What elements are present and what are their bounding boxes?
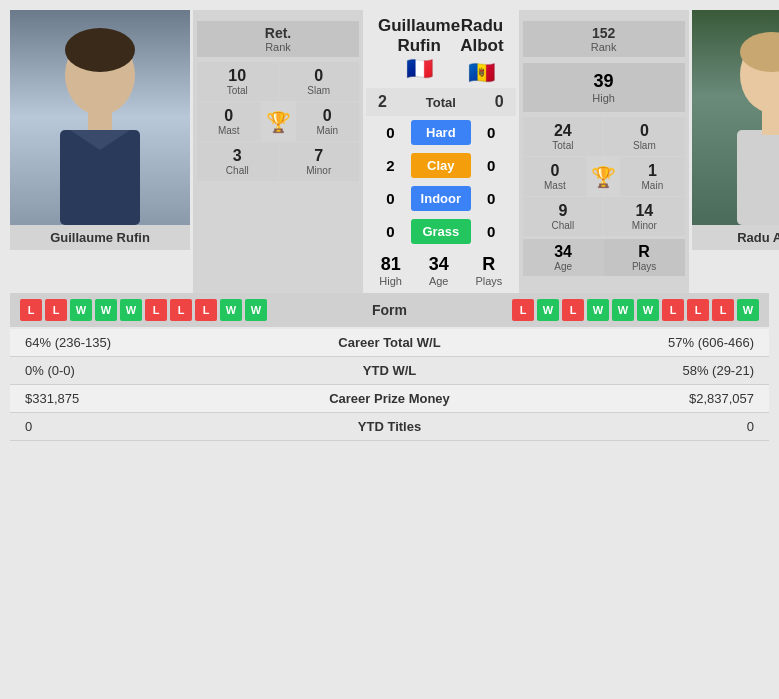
- grass-btn[interactable]: Grass: [411, 219, 471, 244]
- stats-left-1: 0% (0-0): [25, 363, 290, 378]
- stats-row-3: 0 YTD Titles 0: [10, 413, 769, 441]
- stats-label-0: Career Total W/L: [290, 335, 490, 350]
- form-badge-left-W: W: [245, 299, 267, 321]
- clay-right: 0: [479, 157, 504, 174]
- right-slam-value: 0: [607, 122, 682, 140]
- center-names-row: Guillaume Rufin 🇫🇷 Radu Albot 🇲🇩: [366, 10, 516, 88]
- clay-btn[interactable]: Clay: [411, 153, 471, 178]
- left-age-block: 34 Age: [429, 254, 449, 287]
- right-mast-label: Mast: [526, 180, 585, 191]
- left-player-name: Guillaume Rufin: [10, 225, 190, 250]
- right-player-info: 152 Rank 39 High 24 Total 0 Slam: [519, 10, 689, 293]
- form-badge-right-W: W: [587, 299, 609, 321]
- right-plays-value: R: [608, 243, 681, 261]
- form-badge-left-L: L: [195, 299, 217, 321]
- stats-row-1: 0% (0-0) YTD W/L 58% (29-21): [10, 357, 769, 385]
- form-badge-left-L: L: [145, 299, 167, 321]
- right-high-box: 39 High: [523, 63, 685, 112]
- form-badge-right-L: L: [687, 299, 709, 321]
- left-player-photo: [10, 10, 190, 225]
- right-rank-box: 152 Rank: [523, 21, 685, 57]
- hard-left: 0: [378, 124, 403, 141]
- stats-table: 64% (236-135) Career Total W/L 57% (606-…: [10, 329, 769, 441]
- svg-point-2: [65, 28, 135, 72]
- form-badge-right-L: L: [662, 299, 684, 321]
- total-label: Total: [387, 95, 495, 110]
- form-label: Form: [330, 302, 450, 318]
- center-left-name: Guillaume Rufin 🇫🇷: [378, 16, 460, 86]
- form-badge-left-L: L: [170, 299, 192, 321]
- form-badge-right-W: W: [537, 299, 559, 321]
- form-badge-right-W: W: [637, 299, 659, 321]
- right-form-badges: LWLWWWLLLW: [450, 299, 760, 321]
- indoor-left: 0: [378, 190, 403, 207]
- indoor-btn[interactable]: Indoor: [411, 186, 471, 211]
- stats-row-0: 64% (236-135) Career Total W/L 57% (606-…: [10, 329, 769, 357]
- left-flag: 🇫🇷: [378, 56, 460, 82]
- right-player-column: Radu Albot: [692, 10, 779, 293]
- form-section: LLWWWLLLWW Form LWLWWWLLLW: [10, 293, 769, 327]
- svg-rect-8: [737, 130, 779, 225]
- main-container: Guillaume Rufin Ret. Rank 10 Total 0 Sla…: [0, 0, 779, 451]
- right-slam-label: Slam: [607, 140, 682, 151]
- stats-left-2: $331,875: [25, 391, 290, 406]
- left-age-label: Age: [429, 275, 449, 287]
- left-player-column: Guillaume Rufin: [10, 10, 190, 293]
- left-rank-label: Rank: [205, 41, 351, 53]
- left-minor-cell: 7 Minor: [279, 142, 360, 181]
- stats-label-2: Career Prize Money: [290, 391, 490, 406]
- stats-row-2: $331,875 Career Prize Money $2,837,057: [10, 385, 769, 413]
- form-badge-right-W: W: [737, 299, 759, 321]
- left-total-value: 10: [200, 67, 275, 85]
- grass-right: 0: [479, 223, 504, 240]
- surface-indoor-row: 0 Indoor 0: [366, 182, 516, 215]
- right-stats-pairs: 24 Total 0 Slam: [523, 117, 685, 156]
- right-minor-value: 14: [607, 202, 682, 220]
- right-slam-cell: 0 Slam: [604, 117, 685, 156]
- stats-left-0: 64% (236-135): [25, 335, 290, 350]
- surface-grass-row: 0 Grass 0: [366, 215, 516, 248]
- left-rank-value: Ret.: [205, 25, 351, 41]
- form-badge-left-L: L: [20, 299, 42, 321]
- left-minor-label: Minor: [282, 165, 357, 176]
- indoor-right: 0: [479, 190, 504, 207]
- left-slam-label: Slam: [282, 85, 357, 96]
- right-main-value: 1: [623, 162, 682, 180]
- left-high-value: 81: [379, 254, 402, 275]
- hard-right: 0: [479, 124, 504, 141]
- hard-btn[interactable]: Hard: [411, 120, 471, 145]
- right-player-name: Radu Albot: [692, 225, 779, 250]
- surface-clay-row: 2 Clay 0: [366, 149, 516, 182]
- form-badge-left-L: L: [45, 299, 67, 321]
- stats-label-3: YTD Titles: [290, 419, 490, 434]
- left-chall-cell: 3 Chall: [197, 142, 278, 181]
- stats-right-1: 58% (29-21): [490, 363, 755, 378]
- left-slam-value: 0: [282, 67, 357, 85]
- left-mast-main: 0 Mast 🏆 0 Main: [197, 102, 359, 141]
- right-age-value: 34: [527, 243, 600, 261]
- right-mast-value: 0: [526, 162, 585, 180]
- left-main-value: 0: [299, 107, 357, 125]
- left-high-block: 81 High: [379, 254, 402, 287]
- center-stats-row: 81 High 34 Age R Plays: [366, 248, 516, 293]
- right-age-plays: 34 Age R Plays: [523, 239, 685, 276]
- right-plays-label: Plays: [608, 261, 681, 272]
- left-main-cell: 0 Main: [296, 102, 360, 141]
- right-player-photo: [692, 10, 779, 225]
- stats-left-3: 0: [25, 419, 290, 434]
- center-right-name-text: Radu Albot: [460, 16, 503, 56]
- surface-hard-row: 0 Hard 0: [366, 116, 516, 149]
- left-chall-label: Chall: [200, 165, 275, 176]
- player-comparison: Guillaume Rufin Ret. Rank 10 Total 0 Sla…: [10, 10, 769, 293]
- total-left-score: 2: [378, 93, 387, 111]
- left-age-value: 34: [429, 254, 449, 275]
- form-badge-left-W: W: [70, 299, 92, 321]
- clay-left: 2: [378, 157, 403, 174]
- center-left-name-line1: Guillaume: [378, 16, 460, 36]
- stats-right-2: $2,837,057: [490, 391, 755, 406]
- left-total-label: Total: [200, 85, 275, 96]
- stats-right-0: 57% (606-466): [490, 335, 755, 350]
- right-main-label: Main: [623, 180, 682, 191]
- stats-right-3: 0: [490, 419, 755, 434]
- left-rank-box: Ret. Rank: [197, 21, 359, 57]
